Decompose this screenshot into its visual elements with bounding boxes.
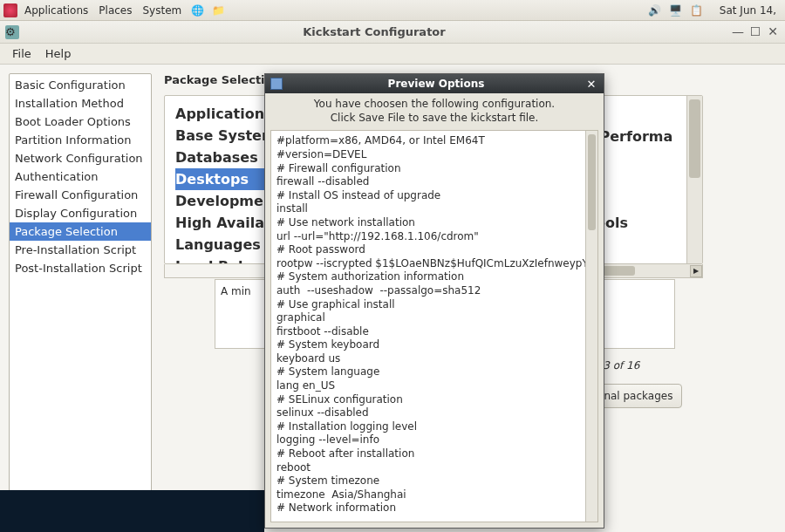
window-title: Kickstart Configurator (21, 25, 727, 38)
dialog-message-line1: You have choosen the following configura… (272, 97, 597, 111)
scroll-right-arrow-icon[interactable]: ▶ (690, 265, 702, 277)
dialog-title-text: Preview Options (288, 78, 584, 90)
menu-file[interactable]: File (5, 47, 38, 60)
folder-icon[interactable]: 📁 (209, 2, 227, 19)
sidebar: Basic Configuration Installation Method … (9, 73, 152, 523)
dialog-vscrollbar[interactable] (585, 131, 597, 522)
sidebar-item-authentication[interactable]: Authentication (10, 167, 151, 186)
top-panel: Applications Places System 🌐 📁 🔊 🖥️ 📋 Sa… (0, 0, 785, 21)
sidebar-item-partition-information[interactable]: Partition Information (10, 131, 151, 149)
scrollbar-thumb[interactable] (588, 134, 596, 230)
sidebar-item-firewall-configuration[interactable]: Firewall Configuration (10, 186, 151, 204)
sidebar-item-post-installation-script[interactable]: Post-Installation Script (10, 259, 151, 277)
kickstart-preview-text[interactable]: #platform=x86, AMD64, or Intel EM64T #ve… (271, 131, 585, 522)
sidebar-item-package-selection[interactable]: Package Selection (10, 222, 151, 241)
sidebar-item-installation-method[interactable]: Installation Method (10, 94, 151, 113)
pkg-right-vscrollbar[interactable] (686, 96, 702, 263)
panel-menu-applications[interactable]: Applications (19, 4, 93, 17)
package-description-text: A min (221, 285, 251, 297)
dialog-titlebar[interactable]: Preview Options ✕ (265, 74, 604, 93)
window-minimize-button[interactable]: — (731, 25, 745, 39)
volume-icon[interactable]: 🔊 (646, 2, 664, 19)
window-close-button[interactable]: ✕ (766, 25, 780, 39)
dialog-message: You have choosen the following configura… (265, 93, 604, 130)
panel-menu-places[interactable]: Places (93, 4, 137, 17)
network-icon[interactable]: 🖥️ (667, 2, 685, 19)
scrollbar-thumb[interactable] (689, 99, 700, 178)
panel-clock[interactable]: Sat Jun 14, (714, 4, 782, 17)
globe-icon[interactable]: 🌐 (188, 2, 206, 19)
window-maximize-button[interactable]: ☐ (748, 25, 762, 39)
sidebar-item-pre-installation-script[interactable]: Pre-Installation Script (10, 241, 151, 259)
clipboard-icon[interactable]: 📋 (688, 2, 706, 19)
menu-bar: File Help (0, 44, 785, 65)
app-icon: ⚙ (5, 25, 19, 39)
dialog-app-icon (270, 78, 283, 90)
dialog-close-button[interactable]: ✕ (584, 78, 598, 91)
foot-icon (3, 3, 17, 17)
sidebar-item-display-configuration[interactable]: Display Configuration (10, 204, 151, 222)
window-titlebar: ⚙ Kickstart Configurator — ☐ ✕ (0, 21, 785, 44)
sidebar-item-basic-configuration[interactable]: Basic Configuration (10, 76, 151, 94)
dialog-message-line2: Click Save File to save the kickstart fi… (272, 111, 597, 125)
sidebar-item-boot-loader-options[interactable]: Boot Loader Options (10, 113, 151, 131)
sidebar-item-network-configuration[interactable]: Network Configuration (10, 149, 151, 167)
panel-menu-system[interactable]: System (137, 4, 187, 17)
dialog-body: #platform=x86, AMD64, or Intel EM64T #ve… (270, 130, 598, 522)
desktop-strip (0, 490, 264, 532)
menu-help[interactable]: Help (38, 47, 78, 60)
preview-dialog: Preview Options ✕ You have choosen the f… (264, 73, 604, 529)
